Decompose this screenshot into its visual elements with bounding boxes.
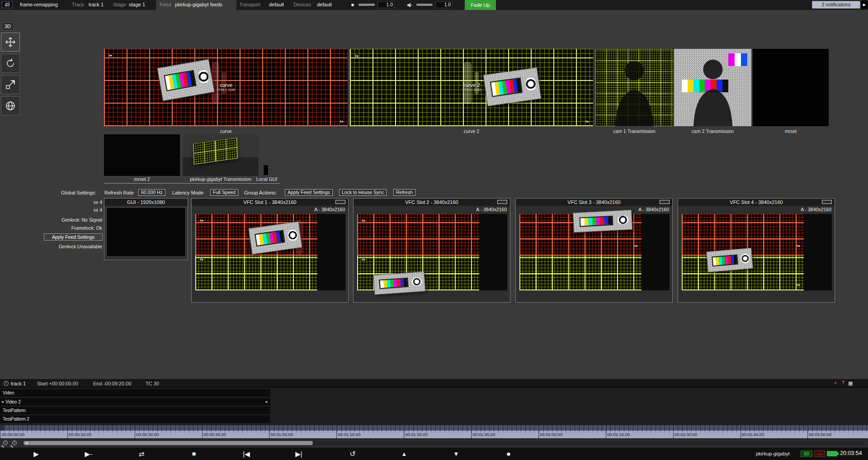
feed-label-cam2: cam 2 Transmission [674, 128, 751, 134]
volume-slider[interactable] [416, 4, 433, 6]
output-panel-vfc3: VFC Slot 3 - 3840x2160 A - 3840x2160 ‖▸ [515, 198, 673, 303]
feed-thumb-mrset2[interactable] [104, 134, 180, 176]
next-section-button[interactable]: ▶| [288, 448, 309, 460]
grid-icon[interactable]: ▦ [848, 380, 853, 386]
red-grid-region [357, 214, 479, 256]
feed-thumb-mrset[interactable] [753, 49, 829, 126]
previous-section-button[interactable]: |◀ [236, 448, 257, 460]
ruler-label: 00:01:45.00 [472, 432, 495, 437]
feed-thumb-cam2[interactable] [674, 49, 751, 126]
scale-tool-button[interactable] [1, 75, 20, 94]
chevron-right-icon[interactable]: ▸ [266, 398, 268, 406]
feed-thumb-curve2[interactable]: ‖▸ ‖▸ curve 2 2744 x 1080 [350, 49, 593, 126]
feed-handle-icon[interactable]: ‖▸ [585, 119, 590, 123]
feed-handle-icon[interactable]: ‖▸ [340, 119, 344, 123]
zoom-in-icon[interactable]: + [12, 441, 17, 445]
axis-icon[interactable]: + [834, 380, 837, 385]
feed-handle-icon[interactable]: ‖▸ [200, 218, 204, 223]
feed-handle-icon[interactable]: ‖▸ [200, 257, 204, 261]
play-section-button[interactable]: ▶∙∙ [78, 448, 99, 460]
refresh-button[interactable]: Refresh [393, 189, 415, 196]
stop-button[interactable]: ■ [184, 448, 204, 460]
globe-tool-button[interactable] [1, 96, 20, 115]
feed-thumb-cam1[interactable] [595, 49, 673, 126]
status-link-badge: --- [814, 451, 825, 457]
track-start-time[interactable]: Start +00:00:00.00 [37, 381, 78, 386]
output-preview[interactable]: ‖▸ ‖▸ [682, 214, 832, 290]
output-checkbox[interactable] [497, 200, 507, 204]
feed-handle-icon[interactable]: ‖▸ [355, 54, 359, 58]
fade-up-button[interactable]: Fade Up [465, 0, 496, 10]
track-menu-value[interactable]: track 1 [89, 2, 104, 7]
view-mode-3d[interactable]: 3D [2, 22, 14, 30]
project-name[interactable]: frame-remapping [20, 2, 58, 7]
refresh-rate-value[interactable]: 60.000 Hz [138, 189, 165, 196]
brightness-slider[interactable] [359, 4, 375, 6]
feed-label-local-gui: Local GUI [246, 176, 287, 182]
ruler-label: 00:00:00.00 [2, 432, 24, 437]
playhead[interactable] [0, 425, 4, 431]
notifications-button[interactable]: 2 notifications [812, 1, 860, 9]
color-bars [712, 254, 738, 266]
feed-handle-icon[interactable]: ‖▸ [634, 244, 638, 248]
zoom-out-icon[interactable]: − [3, 441, 8, 445]
feed-thumb-local-gui[interactable] [263, 165, 269, 175]
top-menu-bar: d3 frame-remapping Track track 1 Stage s… [0, 0, 868, 10]
feed-label-curve2: curve 2 [350, 128, 593, 134]
target-circle [617, 215, 629, 225]
status-machine-name: pkirkup-gigabyt [756, 451, 790, 456]
feed-handle-icon[interactable]: ‖▸ [797, 283, 801, 287]
feed-thumb-pkirkup-transmission[interactable] [183, 134, 259, 176]
apply-feed-settings-machine-button[interactable]: Apply Feed Settings [44, 233, 103, 241]
track-timecode-format[interactable]: TC 30 [146, 381, 159, 386]
feed-handle-icon[interactable]: ‖▸ [108, 53, 113, 57]
up-button[interactable]: ▲ [394, 448, 415, 460]
output-checkbox[interactable] [335, 200, 345, 204]
rotate-tool-button[interactable] [1, 54, 20, 73]
devices-menu-value[interactable]: default [317, 2, 332, 7]
layer-row-testpattern2[interactable]: TestPattern 2 [0, 415, 270, 423]
divider [104, 183, 280, 184]
feed-handle-icon[interactable]: ‖▸ [362, 257, 366, 261]
output-preview[interactable]: ‖▸ ‖▸ [357, 214, 507, 290]
loop-button[interactable]: ⇄ [131, 448, 152, 460]
timeline-ruler-beats[interactable] [0, 425, 868, 431]
ruler-label: 00:00:30.00 [136, 432, 159, 437]
layer-row-video2[interactable]: ◂ Video 2 ▸ [0, 398, 270, 406]
output-checkbox[interactable] [822, 200, 832, 204]
feed-thumb-curve[interactable]: ‖▸ ‖▸ curve 2744 x 1080 [104, 49, 348, 126]
latency-mode-value[interactable]: Full Speed [210, 189, 238, 196]
move-tool-button[interactable] [1, 33, 20, 52]
chevron-left-icon[interactable]: ◂ [1, 398, 4, 406]
layer-label: TestPattern 2 [3, 417, 29, 422]
feed-handle-icon[interactable]: ‖▸ [362, 218, 366, 223]
apply-feed-settings-button[interactable]: Apply Feed Settings [285, 189, 333, 196]
output-preview[interactable]: ‖▸ ‖▸ [195, 214, 345, 290]
track-end-time[interactable]: End -00:09:20.00 [93, 381, 131, 386]
lock-to-house-sync-button[interactable]: Lock to House Sync [339, 189, 387, 196]
play-button[interactable]: ▶ [26, 448, 47, 460]
stage-menu-value[interactable]: stage 1 [129, 2, 145, 7]
framelock-status: Framelock: Ok [9, 225, 102, 231]
output-checkbox[interactable] [660, 200, 670, 204]
layer-row-testpattern[interactable]: TestPattern [0, 407, 270, 414]
refresh-rate-label: Refresh Rate [104, 190, 134, 195]
feed-handle-icon[interactable]: ‖▸ [797, 244, 801, 248]
return-to-start-button[interactable]: ↺ [342, 448, 363, 460]
feed-tab[interactable]: Feed pkirkup-gigabyt feeds [156, 0, 236, 10]
output-preview[interactable]: ‖▸ [519, 214, 670, 290]
record-button[interactable]: ● [498, 448, 519, 460]
brightness-value[interactable]: 1.0 [377, 1, 395, 8]
notifications-expand-icon[interactable]: ▶ [861, 1, 868, 9]
volume-value[interactable]: 1.0 [435, 1, 453, 8]
down-button[interactable]: ▼ [446, 448, 467, 460]
group-actions-label: Group Actions: [244, 190, 277, 195]
help-icon[interactable]: ? [842, 380, 844, 385]
transport-menu-value[interactable]: default [269, 2, 284, 7]
layer-row-video[interactable]: Video [0, 389, 270, 397]
timeline-scrollbar-thumb[interactable] [24, 441, 313, 445]
track-name[interactable]: track 1 [11, 381, 26, 386]
gui-output-preview[interactable] [106, 207, 186, 257]
output-sub-label: A - 3840x2160 [801, 207, 831, 212]
d3-logo[interactable]: d3 [2, 1, 13, 8]
